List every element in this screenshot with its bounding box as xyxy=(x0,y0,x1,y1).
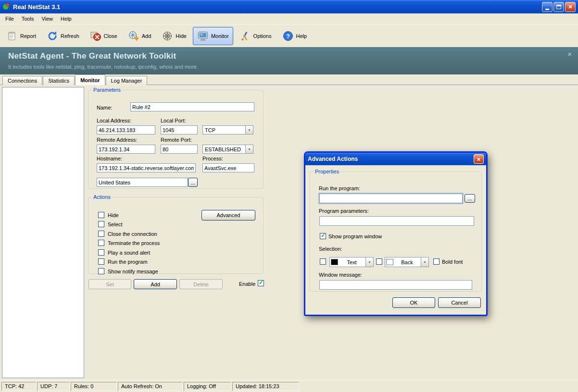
toolbar-refresh-button[interactable]: Refresh xyxy=(42,27,84,45)
notify-message-checkbox-label: Show notify message xyxy=(108,269,158,274)
report-icon xyxy=(6,30,18,42)
action-row-select: Select xyxy=(98,221,123,227)
tab-connections[interactable]: Connections xyxy=(2,76,42,85)
refresh-icon xyxy=(47,30,58,42)
menu-file[interactable]: File xyxy=(1,14,18,23)
chevron-down-icon[interactable]: ▼ xyxy=(245,126,253,134)
state-combo[interactable]: ESTABLISHED ▼ xyxy=(202,145,253,154)
protocol-combo[interactable]: TCP ▼ xyxy=(202,125,253,135)
remote-address-label: Remote Address: xyxy=(97,137,137,143)
sound-alert-checkbox-label: Play a sound alert xyxy=(108,250,150,256)
toolbar-add-button[interactable]: Add xyxy=(124,27,156,45)
advanced-button[interactable]: Advanced xyxy=(201,210,255,220)
properties-group: Properties Run the program: ... Program … xyxy=(310,169,482,292)
titlebar[interactable]: Real NetStat 3.1 × xyxy=(0,0,578,13)
advanced-actions-dialog: Advanced Actions × Properties Run the pr… xyxy=(304,151,488,316)
maximize-icon xyxy=(556,5,561,9)
toolbar-options-button[interactable]: Options xyxy=(235,27,276,45)
toolbar-monitor-button[interactable]: Monitor xyxy=(193,27,233,45)
window-message-input[interactable] xyxy=(319,280,472,290)
minimize-button[interactable] xyxy=(542,2,553,12)
toolbar: Report Refresh Close Add Hide xyxy=(0,24,578,47)
maximize-button[interactable] xyxy=(553,2,564,12)
dialog-titlebar[interactable]: Advanced Actions × xyxy=(305,153,486,165)
remote-address-input[interactable] xyxy=(97,145,155,154)
remote-port-input[interactable] xyxy=(161,145,198,154)
back-color-combo[interactable]: Back ▼ xyxy=(385,257,429,267)
program-parameters-input[interactable] xyxy=(319,216,474,226)
toolbar-report-label: Report xyxy=(20,33,36,39)
run-program-label: Run the program: xyxy=(319,185,360,191)
chevron-down-icon[interactable]: ▼ xyxy=(245,145,253,153)
menubar: File Tools View Help xyxy=(0,13,578,24)
toolbar-help-button[interactable]: ? Help xyxy=(278,27,312,45)
properties-legend: Properties xyxy=(314,169,340,174)
select-checkbox[interactable] xyxy=(98,221,104,227)
country-browse-button[interactable]: ... xyxy=(188,178,198,187)
actions-group: Actions Hide Select Close the connection… xyxy=(88,194,264,274)
terminate-process-checkbox[interactable] xyxy=(98,240,104,246)
country-input[interactable] xyxy=(97,178,188,187)
selection-label: Selection: xyxy=(319,246,342,252)
status-udp: UDP: 7 xyxy=(37,382,70,391)
toolbar-close-button[interactable]: Close xyxy=(86,27,122,45)
banner-close-icon[interactable]: × xyxy=(567,50,572,58)
close-connection-checkbox[interactable] xyxy=(98,231,104,237)
back-color-swatch xyxy=(386,259,393,265)
tab-bar: Connections Statistics Monitor Log Manag… xyxy=(0,74,578,85)
local-address-input[interactable] xyxy=(97,125,155,135)
tab-log-manager[interactable]: Log Manager xyxy=(106,76,148,85)
banner: NetStat Agent - The Great Network Toolki… xyxy=(0,47,578,74)
toolbar-help-label: Help xyxy=(296,33,307,39)
set-button[interactable]: Set xyxy=(88,279,131,289)
close-button[interactable]: × xyxy=(565,2,576,12)
hostname-input[interactable] xyxy=(97,163,196,172)
rules-list[interactable] xyxy=(2,87,84,378)
hide-checkbox[interactable] xyxy=(98,212,104,218)
text-color-combo[interactable]: Text ▼ xyxy=(329,257,374,267)
bold-font-checkbox[interactable] xyxy=(433,258,440,265)
back-color-checkbox[interactable] xyxy=(376,258,382,265)
sound-alert-checkbox[interactable] xyxy=(98,249,104,256)
help-icon: ? xyxy=(282,30,294,42)
cancel-button[interactable]: Cancel xyxy=(438,297,481,308)
remote-port-label: Remote Port: xyxy=(161,137,192,143)
add-button[interactable]: Add xyxy=(134,279,177,289)
show-program-window-checkbox[interactable] xyxy=(320,233,326,239)
run-program-browse-button[interactable]: ... xyxy=(465,194,475,203)
text-color-checkbox[interactable] xyxy=(320,258,326,265)
delete-button[interactable]: Delete xyxy=(179,279,223,289)
menu-view[interactable]: View xyxy=(38,14,57,23)
minimize-icon xyxy=(545,9,549,10)
parameters-legend: Parameters xyxy=(92,87,122,93)
toolbar-close-label: Close xyxy=(104,33,117,39)
run-program-input[interactable] xyxy=(319,194,463,203)
chevron-down-icon[interactable]: ▼ xyxy=(365,257,373,267)
run-program-checkbox[interactable] xyxy=(98,258,104,265)
toolbar-hide-button[interactable]: Hide xyxy=(157,27,191,45)
local-address-label: Local Address: xyxy=(97,118,131,123)
local-port-input[interactable] xyxy=(161,125,198,135)
notify-message-checkbox[interactable] xyxy=(98,268,104,274)
ok-button[interactable]: OK xyxy=(392,297,435,308)
process-input[interactable] xyxy=(202,163,254,172)
local-port-label: Local Port: xyxy=(161,118,186,123)
menu-tools[interactable]: Tools xyxy=(18,14,38,23)
app-window: Real NetStat 3.1 × File Tools View Help … xyxy=(0,0,578,392)
close-icon: × xyxy=(568,3,572,11)
select-checkbox-label: Select xyxy=(108,221,123,227)
tab-monitor[interactable]: Monitor xyxy=(75,74,105,85)
name-input[interactable] xyxy=(130,102,254,111)
toolbar-report-button[interactable]: Report xyxy=(2,27,40,45)
window-message-label: Window message: xyxy=(319,272,362,278)
status-tcp: TCP: 42 xyxy=(1,382,36,391)
enable-checkbox[interactable] xyxy=(258,280,264,286)
banner-title: NetStat Agent - The Great Network Toolki… xyxy=(8,51,578,61)
toolbar-hide-label: Hide xyxy=(176,33,187,39)
window-title: Real NetStat 3.1 xyxy=(13,3,539,11)
tab-statistics[interactable]: Statistics xyxy=(43,76,75,85)
menu-help[interactable]: Help xyxy=(57,14,75,23)
back-color-combo-label: Back xyxy=(393,259,421,265)
dialog-close-button[interactable]: × xyxy=(474,154,484,164)
chevron-down-icon[interactable]: ▼ xyxy=(421,257,428,267)
